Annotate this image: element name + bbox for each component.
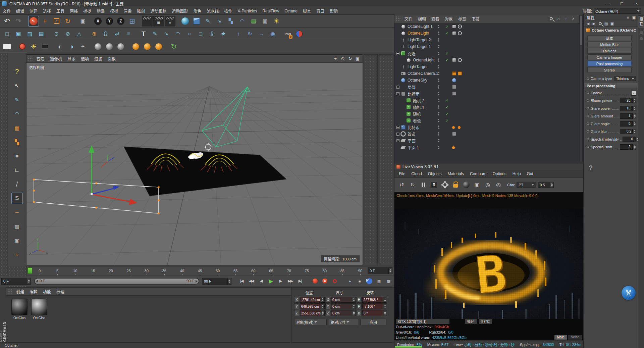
rotate-view-icon[interactable]: ↻ — [346, 55, 354, 62]
spinner-icon[interactable] — [352, 304, 356, 309]
size-field[interactable]: 0 cm — [331, 297, 356, 303]
apply-button[interactable]: 应用 — [360, 319, 386, 325]
pattern-icon[interactable]: ▩ — [11, 221, 23, 232]
range-right-arrow-icon[interactable] — [196, 280, 198, 283]
visibility-dots[interactable] — [438, 99, 439, 102]
live-viewer-menu-item[interactable]: Help — [509, 171, 524, 176]
object-name[interactable]: 着色 — [413, 118, 421, 123]
object-manager-menu-item[interactable]: 查看 — [429, 16, 442, 21]
coord-system-icon[interactable]: ⊞ — [127, 16, 138, 27]
object-tag-icon[interactable] — [452, 92, 456, 96]
object-tag-icon[interactable] — [452, 78, 456, 82]
object-tag-icon[interactable] — [452, 58, 456, 62]
object-manager-menu-item[interactable]: 文件 — [402, 16, 415, 21]
spring-icon[interactable]: ≈ — [11, 249, 23, 260]
om-home-icon[interactable]: ⌂ — [555, 15, 562, 22]
object-tag-icon[interactable] — [452, 31, 456, 35]
current-frame-field[interactable]: 0 F — [1, 278, 31, 285]
octane-phase-b-icon[interactable]: ◑ — [66, 41, 77, 52]
object-row[interactable]: LightTarget.2 — [394, 37, 583, 43]
viewport-menu-item[interactable]: 显示 — [65, 56, 78, 61]
timeline-range-slider[interactable]: 0 F 90 F — [34, 278, 199, 285]
visibility-dots[interactable] — [438, 32, 439, 35]
anim-dot-icon[interactable] — [587, 122, 589, 125]
octane-record-icon[interactable] — [17, 41, 28, 52]
property-value[interactable]: 20. — [620, 98, 636, 103]
section-header[interactable]: Post processing — [584, 83, 638, 89]
object-tag-icon[interactable] — [452, 126, 455, 129]
redo-icon[interactable]: ↷ — [13, 16, 24, 27]
menu-item[interactable]: 文件 — [0, 8, 13, 14]
material-thumbnail[interactable] — [11, 299, 28, 315]
lv-region-icon[interactable]: ▣ — [472, 180, 482, 190]
camera-type-select[interactable]: Thinlens — [614, 76, 636, 81]
star-spline-icon[interactable]: ★ — [218, 29, 229, 39]
attribute-tab[interactable]: Camera Imager — [587, 54, 632, 60]
material-sphere-1-icon[interactable] — [93, 41, 103, 52]
spinner-icon[interactable] — [633, 144, 636, 150]
scrollbar-thumb[interactable] — [580, 16, 582, 45]
object-name[interactable]: 随机 — [413, 111, 421, 117]
circle-spline-icon[interactable]: ○ — [184, 29, 195, 39]
expand-toggle-icon[interactable] — [396, 139, 399, 142]
size-mode-select[interactable]: 绝对尺寸 — [329, 319, 358, 325]
hose-icon[interactable]: ~ — [11, 207, 23, 218]
octane-material-3-icon[interactable] — [153, 41, 164, 52]
freehand-pen-icon[interactable]: ✎ — [150, 29, 160, 39]
visibility-dots[interactable] — [438, 65, 439, 68]
enable-axis-icon[interactable]: ⊕ — [89, 29, 100, 39]
enable-check-icon[interactable] — [445, 112, 449, 116]
lv-pick-focus-icon[interactable]: ◎ — [493, 180, 503, 190]
visibility-dots[interactable] — [438, 126, 439, 129]
autokey-button[interactable] — [320, 277, 329, 286]
lock-axis-icon[interactable]: ▣ — [11, 235, 23, 246]
position-field[interactable]: -2791.49 cm — [300, 297, 325, 303]
object-name[interactable]: OctaneLight — [408, 31, 429, 36]
nav-back-icon[interactable]: ◀ — [585, 21, 591, 27]
object-manager-menu-item[interactable]: 标签 — [455, 16, 469, 21]
material-menu-item[interactable]: 功能 — [40, 289, 54, 294]
next-frame-button[interactable]: ▶ — [276, 277, 285, 286]
spinner-icon[interactable] — [352, 297, 356, 302]
object-name[interactable]: 管道 — [408, 131, 416, 137]
viewport-menu-item[interactable]: 面板 — [105, 56, 118, 61]
mirror-icon[interactable]: ⇄ — [112, 29, 122, 39]
material-sphere-2-icon[interactable] — [104, 41, 115, 52]
lathe-icon[interactable]: ↻ — [245, 29, 255, 39]
sweep-icon[interactable]: → — [256, 29, 267, 39]
primitive-cube-icon[interactable] — [191, 16, 202, 27]
model-mode-icon[interactable]: ▣ — [13, 29, 24, 39]
nav-forward-icon[interactable]: ▶ — [591, 21, 597, 27]
help-icon[interactable]: ? — [11, 66, 23, 77]
spinner-icon[interactable] — [383, 310, 387, 316]
menu-item[interactable]: 创建 — [27, 8, 40, 14]
dock-icon[interactable] — [640, 31, 643, 34]
metaball-icon[interactable]: ◉ — [267, 29, 278, 39]
viewport-menu-item[interactable]: 查看 — [34, 56, 47, 61]
color-picker-icon[interactable] — [294, 29, 305, 39]
pan-view-icon[interactable]: + — [332, 55, 339, 62]
anim-dot-icon[interactable] — [587, 146, 589, 148]
mograph-icon[interactable]: ▚ — [225, 16, 236, 27]
visibility-dots[interactable] — [438, 58, 439, 62]
attr-filter-icon[interactable]: ▤ — [603, 21, 609, 27]
visibility-dots[interactable] — [438, 112, 439, 115]
anim-dot-icon[interactable] — [587, 107, 589, 109]
ruler-frame-field[interactable]: 0 F — [368, 267, 392, 274]
object-row[interactable]: OctaneSky — [394, 77, 583, 84]
material-thumbnail[interactable] — [31, 299, 47, 315]
position-field[interactable]: 646.593 cm — [300, 303, 325, 309]
lv-reset-icon[interactable]: R — [429, 180, 439, 190]
scale-tool-icon[interactable]: ↗ — [51, 16, 62, 27]
octane-phase-a-icon[interactable]: ◐ — [55, 41, 65, 52]
deformer-icon[interactable]: ◠ — [237, 16, 248, 27]
live-viewer-menu-item[interactable]: Gui — [524, 171, 536, 176]
menu-item[interactable]: 流水线 — [204, 8, 221, 14]
visibility-dots[interactable] — [438, 146, 439, 149]
points-mode-icon[interactable]: ⊙ — [51, 29, 62, 39]
object-tag-icon[interactable] — [458, 71, 462, 76]
menu-item[interactable]: 编辑 — [13, 8, 27, 14]
spinner-icon[interactable] — [383, 297, 387, 302]
cube-icon[interactable]: ■ — [11, 150, 23, 162]
maximize-button[interactable]: □ — [614, 0, 629, 7]
